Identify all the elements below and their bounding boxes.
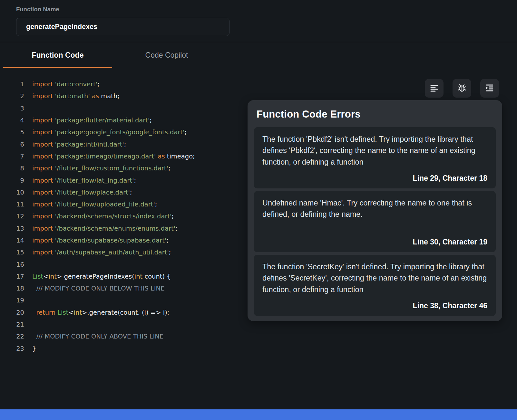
function-name-label: Function Name <box>16 6 517 13</box>
function-name-section: Function Name generatePageIndexes <box>0 0 517 42</box>
line-number: 20 <box>0 309 24 316</box>
error-location: Line 38, Character 46 <box>262 298 487 310</box>
code-line: 22 /// MODIFY CODE ONLY ABOVE THIS LINE <box>0 330 517 342</box>
code-line-text: List<int> generatePageIndexes(int count)… <box>32 273 171 280</box>
errors-panel-title: Function Code Errors <box>257 109 496 120</box>
footer-bar[interactable] <box>0 409 517 420</box>
code-line-text: import '/backend/schema/structs/index.da… <box>32 213 174 220</box>
line-number: 10 <box>0 189 24 196</box>
line-number: 18 <box>0 285 24 292</box>
code-line: 23} <box>0 343 517 355</box>
line-number: 22 <box>0 333 24 340</box>
code-editor[interactable]: 1import 'dart:convert';2import 'dart:mat… <box>0 68 517 409</box>
line-number: 13 <box>0 225 24 232</box>
tab-label: Function Code <box>32 51 84 60</box>
error-location: Line 30, Character 19 <box>262 234 487 246</box>
line-number: 23 <box>0 345 24 352</box>
error-message: Undefined name 'Hmac'. Try correcting th… <box>262 197 487 220</box>
code-line-text: import '/flutter_flow/custom_functions.d… <box>32 165 170 172</box>
tab-function-code[interactable]: Function Code <box>3 42 112 68</box>
line-number: 12 <box>0 213 24 220</box>
code-line-text: /// MODIFY CODE ONLY ABOVE THIS LINE <box>32 333 163 340</box>
error-location: Line 29, Character 18 <box>262 170 487 183</box>
tab-code-copilot[interactable]: Code Copilot <box>112 42 221 68</box>
line-number: 8 <box>0 165 24 172</box>
line-number: 11 <box>0 201 24 208</box>
line-number: 21 <box>0 321 24 328</box>
line-number: 17 <box>0 273 24 280</box>
tab-label: Code Copilot <box>145 51 188 60</box>
code-line-text: import '/backend/supabase/supabase.dart'… <box>32 237 169 244</box>
code-line-text: import 'package:timeago/timeago.dart' as… <box>32 153 195 160</box>
line-number: 6 <box>0 141 24 148</box>
code-line-text: } <box>32 345 36 352</box>
line-number: 2 <box>0 92 24 100</box>
code-line-text: import 'package:google_fonts/google_font… <box>32 129 187 136</box>
code-line-text: import '/flutter_flow/lat_lng.dart'; <box>32 177 136 184</box>
code-line-text: import '/flutter_flow/place.dart'; <box>32 189 132 196</box>
line-number: 19 <box>0 297 24 304</box>
function-name-input[interactable]: generatePageIndexes <box>16 18 229 36</box>
line-number: 5 <box>0 129 24 136</box>
error-list: The function 'Pbkdf2' isn't defined. Try… <box>254 127 496 316</box>
error-card: The function 'Pbkdf2' isn't defined. Try… <box>254 127 496 188</box>
format-code-button[interactable] <box>425 79 444 98</box>
error-card: The function 'SecretKey' isn't defined. … <box>254 255 496 316</box>
code-line-text: import 'package:flutter/material.dart'; <box>32 117 152 124</box>
line-number: 14 <box>0 237 24 244</box>
error-message: The function 'Pbkdf2' isn't defined. Try… <box>262 134 487 168</box>
line-number: 7 <box>0 153 24 160</box>
function-name-value: generatePageIndexes <box>26 23 97 31</box>
format-code-icon <box>429 83 439 94</box>
code-line-text: /// MODIFY CODE ONLY BELOW THIS LINE <box>32 285 165 292</box>
code-line-text: import '/flutter_flow/uploaded_file.dart… <box>32 201 157 208</box>
editor-toolbar <box>425 79 499 98</box>
line-number: 15 <box>0 249 24 256</box>
error-message: The function 'SecretKey' isn't defined. … <box>262 261 487 295</box>
line-number: 9 <box>0 177 24 184</box>
code-line-text: import '/backend/schema/enums/enums.dart… <box>32 225 178 232</box>
line-number: 3 <box>0 105 24 112</box>
bug-icon <box>457 83 467 94</box>
error-card: Undefined name 'Hmac'. Try correcting th… <box>254 191 496 252</box>
code-line-text: import 'dart:convert'; <box>32 81 100 88</box>
code-line-text: return List<int>.generate(count, (i) => … <box>32 309 169 316</box>
line-number: 1 <box>0 81 24 88</box>
line-number: 4 <box>0 117 24 124</box>
tab-bar: Function Code Code Copilot <box>0 42 517 68</box>
debug-button[interactable] <box>453 79 471 98</box>
code-line-text: import 'package:intl/intl.dart'; <box>32 141 126 148</box>
indent-code-button[interactable] <box>480 79 499 98</box>
code-line-text: import '/auth/supabase_auth/auth_util.da… <box>32 249 171 256</box>
line-number: 16 <box>0 261 24 268</box>
indent-code-icon <box>485 83 494 94</box>
errors-panel: Function Code Errors The function 'Pbkdf… <box>248 100 502 321</box>
code-line-text: import 'dart:math' as math; <box>32 92 120 100</box>
